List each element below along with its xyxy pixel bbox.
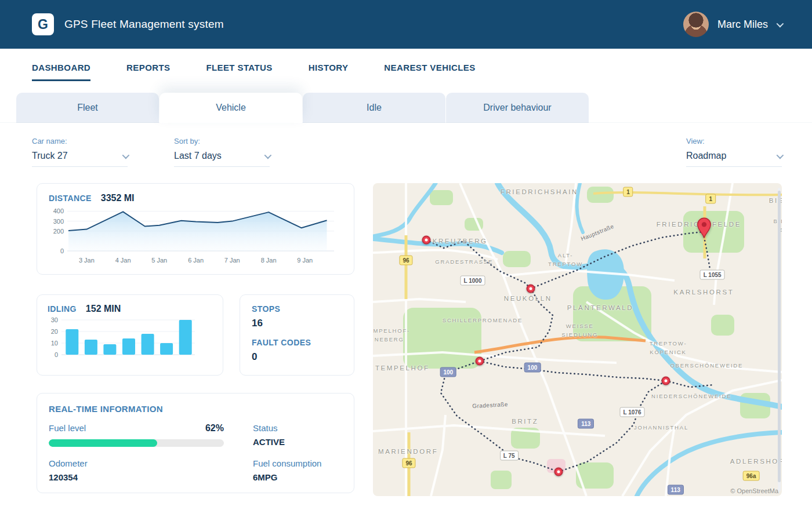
car-name-select[interactable]: Truck 27	[32, 151, 128, 167]
svg-text:0: 0	[55, 351, 58, 358]
vehicle-stop-pin-icon[interactable]	[476, 357, 484, 366]
idling-card: IDLING 152 MIN 3020100	[37, 294, 223, 376]
filters-row: Car name: Truck 27 Sort by: Last 7 days …	[0, 123, 812, 167]
tab-driver-behaviour[interactable]: Driver behaviour	[446, 93, 589, 123]
map-place-label: ALT- TREPTOW	[548, 251, 583, 268]
vehicle-stop-pin-icon[interactable]	[554, 467, 563, 476]
stops-value: 16	[252, 318, 342, 329]
logo-letter: G	[38, 17, 48, 32]
app-logo: G	[32, 13, 54, 35]
vehicle-stop-pin-icon[interactable]	[422, 235, 430, 244]
consumption-label: Fuel consumption	[253, 458, 342, 468]
tab-idle[interactable]: Idle	[303, 93, 445, 123]
vehicle-location-pin-icon[interactable]	[696, 217, 712, 241]
svg-text:20: 20	[51, 328, 58, 335]
svg-text:9 Jan: 9 Jan	[297, 257, 313, 264]
nav-item-fleet-status[interactable]: FLEET STATUS	[206, 63, 272, 81]
status-value: ACTIVE	[253, 437, 342, 447]
map-place-label: TREPTOW- KÖPENICK	[650, 338, 687, 356]
fuel-progress-fill	[49, 439, 157, 447]
svg-text:6 Jan: 6 Jan	[188, 257, 204, 264]
road-badge: 113	[578, 419, 594, 429]
svg-text:10: 10	[51, 340, 58, 347]
realtime-card: REAL-TIME INFORMATION Fuel level 62% Sta…	[37, 393, 354, 493]
user-menu-chevron-down-icon[interactable]	[777, 20, 784, 27]
map-place-label: KARLSHORST	[673, 287, 734, 297]
svg-text:400: 400	[53, 207, 64, 214]
map-place-label: FRIEDRICHSHAIN	[501, 187, 578, 197]
main-nav: DASHBOARD REPORTS FLEET STATUS HISTORY N…	[0, 49, 812, 81]
nav-item-history[interactable]: HISTORY	[309, 63, 349, 81]
map[interactable]: FRIEDRICHSHAINKREUZBERGGRADESTRASSEALT- …	[373, 183, 782, 496]
car-name-label: Car name:	[32, 137, 128, 145]
nav-item-nearest-vehicles[interactable]: NEAREST VEHICLES	[384, 63, 475, 81]
road-badge: L 75	[500, 450, 519, 460]
view-value: Roadmap	[686, 151, 726, 161]
map-street-label: Hauptstraße	[580, 223, 615, 242]
map-place-label: BRITZ	[512, 416, 538, 427]
map-place-label: JOHANNISTHAL	[634, 424, 688, 432]
svg-text:30: 30	[51, 316, 58, 323]
map-place-label: KREUZBERG	[433, 236, 488, 246]
sort-select[interactable]: Last 7 days	[174, 151, 270, 167]
svg-text:4 Jan: 4 Jan	[115, 257, 131, 264]
status-label: Status	[253, 423, 342, 433]
map-place-label: MARIENDORF	[378, 446, 438, 457]
idling-value: 152 MIN	[86, 304, 121, 314]
tab-vehicle[interactable]: Vehicle	[160, 93, 302, 123]
odometer-block: Odometer 120354	[49, 458, 224, 482]
app-title: GPS Fleet Management system	[64, 18, 224, 31]
view-label: View:	[686, 137, 782, 145]
sort-value: Last 7 days	[174, 151, 222, 161]
map-scrollbar[interactable]	[778, 188, 781, 491]
sort-label: Sort by:	[174, 137, 270, 145]
road-badge: 1	[623, 187, 633, 197]
odometer-label: Odometer	[49, 458, 224, 468]
map-attribution: © OpenStreetMa	[730, 487, 778, 494]
fuel-level-block: Fuel level 62%	[49, 423, 224, 447]
vehicle-stop-pin-icon[interactable]	[661, 376, 670, 385]
view-filter: View: Roadmap	[686, 137, 782, 167]
stops-label: STOPS	[252, 304, 342, 314]
road-badge: 100	[440, 367, 456, 377]
fuel-level-percent: 62%	[205, 423, 224, 434]
road-badge: L 1076	[619, 407, 644, 417]
map-overlay-layer: FRIEDRICHSHAINKREUZBERGGRADESTRASSEALT- …	[373, 183, 782, 496]
svg-text:8 Jan: 8 Jan	[261, 257, 277, 264]
tab-fleet[interactable]: Fleet	[16, 93, 159, 123]
svg-text:0: 0	[60, 247, 64, 254]
svg-text:5 Jan: 5 Jan	[151, 257, 167, 264]
idling-title: IDLING	[48, 304, 77, 314]
nav-item-dashboard[interactable]: DASHBOARD	[32, 63, 90, 81]
user-avatar[interactable]	[683, 12, 709, 37]
dashboard-panel: Car name: Truck 27 Sort by: Last 7 days …	[0, 123, 812, 508]
map-place-label: TEMPELHOF	[375, 362, 430, 373]
road-badge: 1	[706, 194, 716, 204]
chevron-down-icon	[264, 151, 272, 159]
map-place-label: SCHILLERPROMENADE	[443, 316, 523, 325]
nav-item-reports[interactable]: REPORTS	[126, 63, 170, 81]
road-badge: L 1055	[700, 270, 725, 280]
vehicle-stop-pin-icon[interactable]	[527, 284, 535, 293]
view-select[interactable]: Roadmap	[686, 151, 782, 167]
distance-card: DISTANCE 3352 MI 40030020003 Jan4 Jan5 J…	[37, 183, 354, 275]
svg-text:300: 300	[53, 218, 64, 225]
road-badge: L 1000	[461, 275, 485, 285]
road-badge: 113	[668, 485, 684, 495]
distance-chart: 40030020003 Jan4 Jan5 Jan6 Jan7 Jan8 Jan…	[49, 203, 343, 267]
road-badge: 96	[402, 458, 415, 468]
map-place-label: GRADESTRASSE	[435, 257, 493, 266]
idling-chart: 3020100	[48, 314, 213, 369]
map-place-label: ADLERSHOF	[730, 456, 782, 466]
consumption-block: Fuel consumption 6MPG	[253, 458, 342, 482]
chevron-down-icon	[122, 151, 130, 159]
map-place-label: PLÄNTERWALD	[567, 303, 633, 313]
fuel-progress-bar	[49, 439, 224, 447]
sub-tabs: Fleet Vehicle Idle Driver behaviour	[0, 81, 812, 123]
chevron-down-icon	[777, 151, 784, 159]
map-scrollbar-thumb[interactable]	[778, 191, 781, 482]
stats-column: DISTANCE 3352 MI 40030020003 Jan4 Jan5 J…	[37, 183, 354, 496]
odometer-value: 120354	[49, 472, 224, 482]
svg-text:3 Jan: 3 Jan	[79, 257, 95, 264]
map-place-label: NEUKÖLLN	[504, 293, 552, 304]
